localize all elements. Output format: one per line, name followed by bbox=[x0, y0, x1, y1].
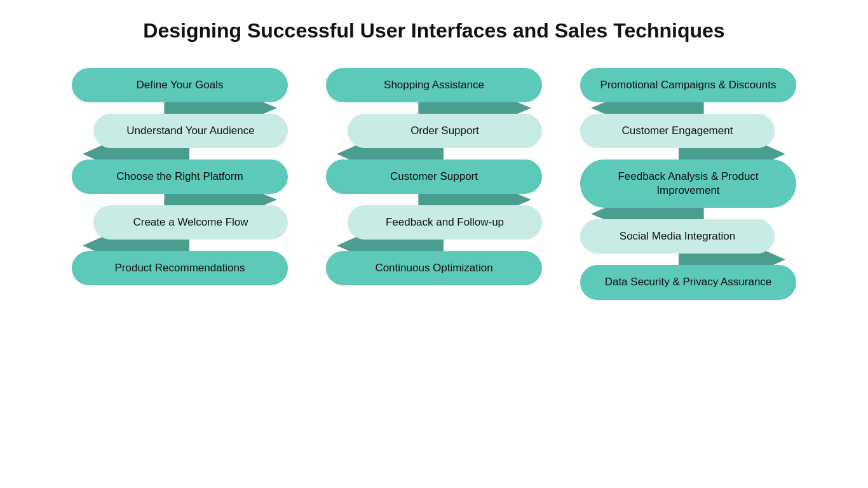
column-1: Define Your Goals Understand Your Audien… bbox=[72, 68, 288, 285]
col1-item-1: Define Your Goals bbox=[72, 68, 288, 102]
col2-item-4: Feedback and Follow-up bbox=[348, 205, 542, 240]
col3-item-3: Feedback Analysis & Product Improvement bbox=[580, 159, 796, 208]
col3-item-2: Customer Engagement bbox=[580, 114, 775, 148]
column-2: Shopping Assistance Order Support Custom… bbox=[326, 68, 542, 285]
col2-item-2: Order Support bbox=[348, 114, 542, 148]
column-3: Promotional Campaigns & Discounts Custom… bbox=[580, 68, 796, 300]
col3-item-5: Data Security & Privacy Assurance bbox=[580, 265, 796, 299]
page-title: Designing Successful User Interfaces and… bbox=[143, 19, 724, 43]
col1-item-3: Choose the Right Platform bbox=[72, 159, 288, 194]
col1-item-2: Understand Your Audience bbox=[93, 114, 288, 148]
col1-item-4: Create a Welcome Flow bbox=[93, 205, 288, 240]
col3-item-1: Promotional Campaigns & Discounts bbox=[580, 68, 796, 102]
col1-item-5: Product Recommendations bbox=[72, 251, 288, 285]
col3-item-4: Social Media Integration bbox=[580, 219, 775, 254]
col2-item-1: Shopping Assistance bbox=[326, 68, 542, 102]
columns-wrapper: Define Your Goals Understand Your Audien… bbox=[25, 68, 843, 300]
col2-item-3: Customer Support bbox=[326, 159, 542, 194]
col2-item-5: Continuous Optimization bbox=[326, 251, 542, 285]
